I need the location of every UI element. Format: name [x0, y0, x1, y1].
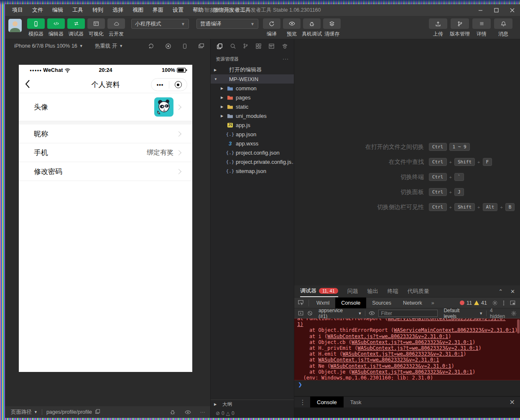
eye-icon[interactable]: [369, 311, 375, 316]
device-frame-icon[interactable]: [182, 43, 187, 49]
collapse-panel-icon[interactable]: ⌃: [498, 288, 503, 295]
source-link[interactable]: WASubContext.js?t=we…80623323&v=2.31.0:1: [352, 369, 472, 375]
mode-select[interactable]: 小程序模式▼: [131, 19, 189, 29]
debugger-tab[interactable]: 终端: [387, 285, 398, 297]
tree-item[interactable]: {.} sitemap.json: [211, 166, 294, 176]
activity-icon[interactable]: [230, 43, 236, 49]
right-action-button[interactable]: 详情: [471, 18, 492, 38]
devtools-tab[interactable]: Wxml: [311, 298, 335, 308]
list-item[interactable]: 昵称: [19, 125, 192, 143]
action-button[interactable]: 清缓存: [322, 18, 342, 38]
mode-button[interactable]: 云开发: [106, 18, 126, 38]
user-avatar[interactable]: [8, 19, 22, 32]
inspect-element-icon[interactable]: [294, 300, 307, 306]
menu-item[interactable]: 视图: [128, 4, 148, 16]
copy-path-icon[interactable]: [95, 409, 100, 415]
list-item[interactable]: 头像: [19, 93, 192, 121]
back-button[interactable]: [25, 79, 30, 89]
close-panel-icon[interactable]: ✕: [510, 288, 515, 295]
tree-item[interactable]: ▼ MP-WEIXIN: [211, 74, 294, 84]
tree-item[interactable]: {.} project.private.config.js…: [211, 157, 294, 166]
menu-item[interactable]: 设置: [168, 4, 188, 16]
debugger-tab[interactable]: 输出: [367, 285, 378, 297]
context-select[interactable]: appservice (#1)▼: [319, 308, 362, 319]
list-item[interactable]: 手机 绑定有奖: [19, 143, 192, 162]
menu-item[interactable]: 项目: [8, 4, 28, 16]
tree-item[interactable]: JS app.js: [211, 120, 294, 130]
clear-console-icon[interactable]: [307, 311, 313, 316]
activity-icon[interactable]: [282, 43, 288, 49]
devtools-tab[interactable]: Network: [397, 298, 428, 308]
mode-button[interactable]: 编辑器: [46, 18, 66, 38]
activity-icon[interactable]: [217, 43, 223, 49]
source-link[interactable]: WAServiceMainContext…80623323&v=2.31.0:: [388, 318, 506, 321]
action-button[interactable]: 编译: [262, 18, 282, 38]
source-link[interactable]: WAServiceMainContext…80623323&v=2.31.0:1: [394, 327, 515, 333]
device-selector[interactable]: iPhone 6/7/8 Plus 100% 16▼: [14, 43, 83, 49]
path-mode-select[interactable]: 页面路径▼: [11, 409, 38, 416]
close-button[interactable]: [504, 4, 520, 16]
right-action-button[interactable]: 上传: [427, 18, 449, 38]
more-button[interactable]: •••: [151, 81, 169, 88]
source-link[interactable]: WASubContext.js?t=we…80623323&v=2.31.0:1: [342, 351, 463, 357]
outline-section[interactable]: ▶大纲: [211, 400, 294, 409]
close-bottom-panel-icon[interactable]: ✕: [510, 398, 515, 406]
menu-item[interactable]: 工具: [68, 4, 88, 16]
debugger-tab[interactable]: 调试器 11, 41: [300, 285, 338, 297]
source-link[interactable]: WASubContext.js?t=we…80623323&v=2.31.0:1: [319, 357, 439, 363]
devtools-settings-icon[interactable]: [492, 300, 498, 306]
menu-item[interactable]: 转到: [88, 4, 108, 16]
tab-overflow-icon[interactable]: »: [431, 300, 434, 306]
mode-button[interactable]: 调试器: [66, 18, 86, 38]
activity-icon[interactable]: [268, 43, 275, 49]
tree-item[interactable]: 3 app.wxss: [211, 139, 294, 148]
right-action-button[interactable]: 消息: [492, 18, 514, 38]
console-settings-icon[interactable]: [511, 311, 517, 316]
debugger-tab[interactable]: 问题: [347, 285, 358, 297]
maximize-button[interactable]: [488, 4, 504, 16]
hot-reload-toggle[interactable]: 热重载 开▼: [95, 43, 123, 50]
right-action-button[interactable]: 版本管理: [449, 18, 471, 38]
preview-icon[interactable]: [185, 410, 191, 415]
mode-button[interactable]: 模拟器: [26, 18, 46, 38]
source-link[interactable]: WASubContext.js?t=we…80623323&v=2.31.0:1: [358, 345, 479, 351]
source-link[interactable]: WASubContext.js?t=we…80623323&v=2.31.0:1: [352, 339, 472, 345]
tree-item[interactable]: ▶ common: [211, 84, 294, 93]
tree-item[interactable]: {.} project.config.json: [211, 148, 294, 157]
devtools-tab[interactable]: Console: [335, 298, 366, 308]
more-icon[interactable]: ···: [200, 409, 206, 415]
mode-button[interactable]: 可视化: [86, 18, 106, 38]
devtools-tab[interactable]: Sources: [366, 298, 397, 308]
activity-icon[interactable]: [243, 43, 248, 49]
menu-item[interactable]: 文件: [28, 4, 48, 16]
activity-icon[interactable]: [255, 43, 262, 49]
source-link[interactable]: WASubContext.js?t=we…80623323&v=2.31.0:1: [327, 333, 448, 339]
devtools-menu-icon[interactable]: [503, 300, 505, 306]
source-link[interactable]: 1): [297, 321, 303, 327]
bottom-tab[interactable]: Console: [310, 397, 344, 408]
minimize-button[interactable]: [472, 4, 488, 16]
log-levels-select[interactable]: Default levels▼: [444, 308, 483, 319]
record-icon[interactable]: [165, 43, 171, 49]
debugger-tab[interactable]: 代码质量: [408, 285, 429, 297]
explorer-more-icon[interactable]: ···: [283, 56, 289, 62]
tree-item[interactable]: ▶ pages: [211, 93, 294, 102]
bottom-tab[interactable]: Task: [344, 397, 368, 408]
tree-item[interactable]: ▶ 打开的编辑器: [211, 65, 294, 74]
tree-item[interactable]: {.} app.json: [211, 130, 294, 139]
tree-item[interactable]: ▶ static: [211, 102, 294, 111]
tree-item[interactable]: ▶ uni_modules: [211, 111, 294, 120]
action-button[interactable]: 预览: [282, 18, 302, 38]
menu-item[interactable]: 选择: [108, 4, 128, 16]
scrollbar-thumb[interactable]: [517, 319, 520, 333]
debug-icon[interactable]: [170, 409, 176, 415]
filter-input[interactable]: [378, 310, 438, 317]
minimize-capsule-button[interactable]: [169, 81, 187, 88]
menu-item[interactable]: 界面: [148, 4, 168, 16]
console-prompt[interactable]: ❯: [294, 380, 520, 389]
rotate-device-icon[interactable]: [148, 43, 154, 49]
list-item[interactable]: 修改密码: [19, 162, 192, 181]
action-button[interactable]: 真机调试: [302, 18, 322, 38]
float-window-icon[interactable]: [198, 43, 204, 49]
menu-item[interactable]: 编辑: [48, 4, 68, 16]
